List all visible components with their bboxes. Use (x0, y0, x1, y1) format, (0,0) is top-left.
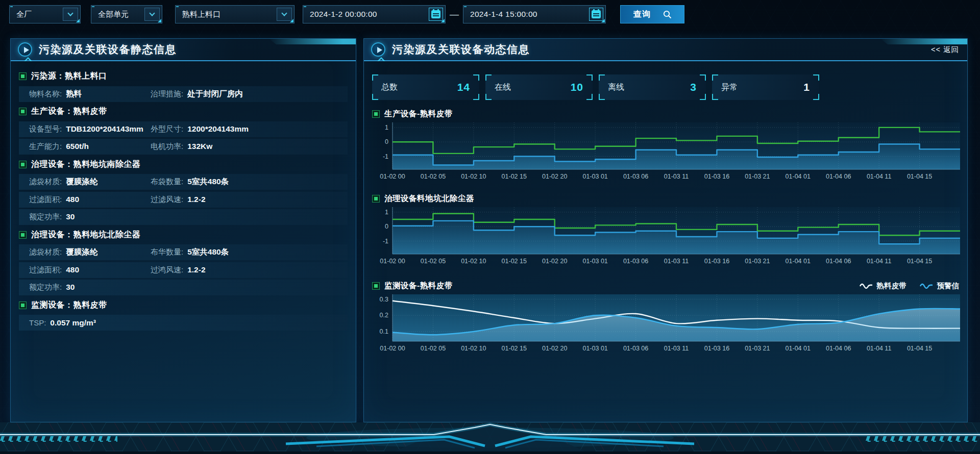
chart-legend: 熟料皮带 预警信 (860, 281, 960, 291)
chevron-down-icon (63, 8, 78, 21)
svg-text:01-02 20: 01-02 20 (542, 173, 567, 180)
legend-item-warning[interactable]: 预警信 (920, 281, 960, 291)
svg-text:01-04 01: 01-04 01 (786, 345, 811, 352)
svg-text:0: 0 (385, 138, 388, 145)
svg-text:01-02 15: 01-02 15 (502, 173, 527, 180)
static-info-panel: 污染源及关联设备静态信息 污染源：熟料上料口 物料名称:熟料 治理措施:处于封闭… (10, 38, 356, 422)
plant-select[interactable]: 全厂 (9, 5, 81, 23)
legend-item-belt[interactable]: 熟料皮带 (860, 281, 906, 291)
svg-text:01-03 21: 01-03 21 (745, 258, 770, 265)
field-label: 布袋数量: (151, 177, 183, 187)
unit-select[interactable]: 全部单元 (91, 5, 162, 23)
section-title: 治理设备：熟料地坑北除尘器 (31, 230, 141, 240)
svg-text:0.3: 0.3 (380, 296, 388, 303)
query-button[interactable]: 查询 (620, 5, 684, 23)
treatment-equipment-chart: 01-02 0001-02 0501-02 1001-02 1501-02 20… (372, 205, 960, 266)
monitoring-equipment-chart: 01-02 0001-02 0501-02 1001-02 1501-02 20… (372, 292, 960, 353)
search-icon (663, 10, 672, 19)
play-circle-icon (371, 42, 385, 57)
svg-text:01-02 10: 01-02 10 (461, 173, 486, 180)
info-row: 额定功率:30 (19, 280, 348, 295)
field-value: 1.2-2 (187, 195, 205, 204)
stat-label: 异常 (721, 82, 738, 93)
field-label: 额定功率: (29, 283, 62, 292)
info-row: 滤袋材质:覆膜涤纶 布袋数量:5室共480条 (19, 174, 348, 190)
section-bullet-icon (19, 161, 27, 168)
field-label: 电机功率: (151, 142, 183, 152)
section-header-production-equipment: 生产设备：熟料皮带 (19, 104, 348, 119)
field-value: 覆膜涤纶 (66, 176, 97, 187)
production-equipment-chart: 01-02 0001-02 0501-02 1001-02 1501-02 20… (372, 120, 960, 181)
svg-text:01-04 11: 01-04 11 (867, 173, 891, 180)
field-value: 5室共480条 (187, 176, 229, 187)
calendar-icon[interactable] (429, 8, 443, 21)
svg-text:01-02 20: 01-02 20 (542, 345, 567, 352)
back-button[interactable]: << 返回 (931, 45, 959, 55)
field-label: 治理措施: (151, 89, 183, 99)
stat-value: 14 (457, 81, 470, 93)
device-stats-row: 总数 14 在线 10 离线 3 异常 1 (372, 74, 959, 100)
svg-text:01-02 00: 01-02 00 (380, 258, 405, 265)
svg-text:01-03 06: 01-03 06 (623, 345, 648, 352)
section-title: 治理设备：熟料地坑南除尘器 (31, 159, 141, 170)
chart-title-monitoring: 监测设备-熟料皮带 (384, 281, 453, 291)
svg-text:1: 1 (385, 209, 388, 216)
field-value: 30 (66, 212, 75, 221)
field-label: 滤袋材质: (29, 247, 62, 257)
svg-text:01-02 15: 01-02 15 (502, 258, 527, 265)
start-date-input[interactable]: 2024-1-2 00:00:00 (303, 5, 446, 23)
stat-value: 1 (803, 81, 810, 93)
field-value: 650t/h (66, 142, 89, 151)
section-bullet-icon (19, 231, 27, 239)
info-row: 物料名称:熟料 治理措施:处于封闭厂房内 (19, 86, 348, 102)
svg-text:01-02 05: 01-02 05 (421, 173, 446, 180)
svg-text:0.2: 0.2 (380, 312, 388, 319)
dynamic-panel-title: 污染源及关联设备动态信息 (392, 42, 530, 57)
svg-text:01-04 01: 01-04 01 (786, 173, 811, 180)
section-header-treatment-equipment-north: 治理设备：熟料地坑北除尘器 (19, 227, 348, 243)
end-date-input[interactable]: 2024-1-4 15:00:00 (463, 5, 606, 23)
svg-text:01-02 10: 01-02 10 (461, 345, 486, 352)
svg-text:01-02 05: 01-02 05 (421, 345, 446, 352)
section-title: 污染源：熟料上料口 (31, 71, 107, 82)
stat-abnormal: 异常 1 (712, 74, 819, 100)
field-value: 480 (66, 265, 79, 274)
svg-text:01-04 15: 01-04 15 (907, 345, 932, 352)
dashboard-root: 全厂 全部单元 熟料上料口 2024-1-2 00:00:00 — 2024-1… (0, 0, 980, 454)
info-row: TSP:0.057 mg/m³ (19, 315, 348, 331)
svg-text:01-04 11: 01-04 11 (867, 345, 891, 352)
stat-label: 在线 (495, 82, 511, 93)
info-row: 过滤面积:480 过鸿风速:1.2-2 (19, 262, 348, 278)
calendar-icon[interactable] (589, 8, 603, 21)
svg-text:01-04 06: 01-04 06 (826, 258, 851, 265)
dynamic-info-panel: 污染源及关联设备动态信息 << 返回 总数 14 在线 10 离线 3 (363, 38, 968, 422)
field-value: 处于封闭厂房内 (187, 89, 243, 99)
stat-label: 离线 (608, 82, 624, 93)
date-range-separator: — (446, 9, 463, 20)
field-value: 覆膜涤纶 (66, 247, 97, 258)
info-row: 过滤面积:480 过滤风速:1.2-2 (19, 192, 348, 208)
chevron-down-icon (277, 8, 292, 21)
section-bullet-icon (19, 72, 27, 80)
svg-text:01-03 11: 01-03 11 (664, 173, 689, 180)
stat-online: 在线 10 (485, 74, 593, 100)
svg-text:01-02 15: 01-02 15 (502, 345, 527, 352)
svg-text:01-03 06: 01-03 06 (623, 173, 648, 180)
svg-text:01-03 06: 01-03 06 (623, 258, 648, 265)
svg-text:01-03 01: 01-03 01 (582, 258, 607, 265)
info-row: 额定功率:30 (19, 209, 348, 225)
svg-text:01-04 15: 01-04 15 (907, 173, 932, 180)
stat-label: 总数 (381, 82, 398, 93)
field-label: TSP: (29, 318, 46, 327)
field-value: 5室共480条 (187, 247, 229, 258)
info-row: 设备型号:TDB1200*204143mm 外型尺寸:1200*204143mm (19, 121, 348, 137)
stat-offline: 离线 3 (599, 74, 706, 100)
query-button-label: 查询 (633, 9, 652, 20)
svg-text:-1: -1 (383, 153, 388, 160)
source-select[interactable]: 熟料上料口 (175, 5, 295, 23)
field-value: 480 (66, 195, 79, 204)
chevron-down-icon (144, 8, 160, 21)
section-title: 监测设备：熟料皮带 (31, 300, 107, 311)
stat-total: 总数 14 (372, 74, 479, 100)
source-select-value: 熟料上料口 (176, 10, 277, 19)
